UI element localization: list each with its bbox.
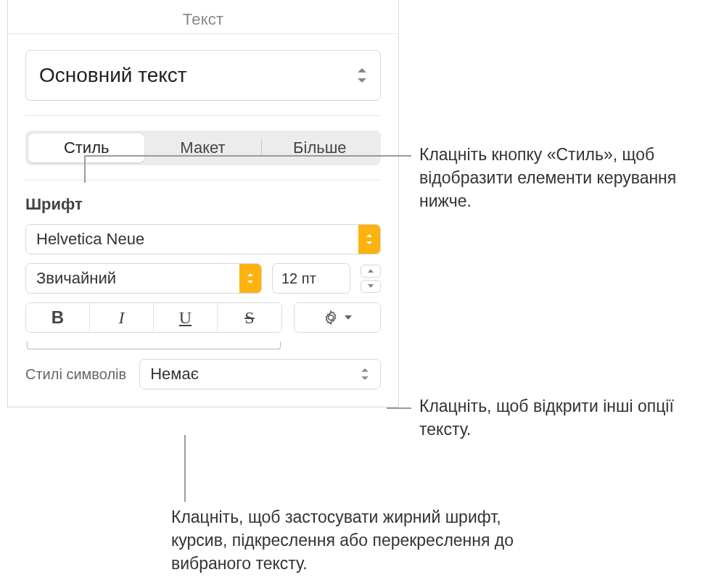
- triangle-down-icon: [368, 284, 374, 288]
- strike-button[interactable]: S: [218, 303, 281, 332]
- callout-advanced: Клацніть, щоб відкрити інші опції тексту…: [419, 394, 709, 441]
- callout-bius: Клацніть, щоб застосувати жирний шрифт, …: [171, 505, 541, 576]
- triangle-up-icon: [368, 269, 374, 273]
- underline-button[interactable]: U: [154, 303, 218, 332]
- chevron-down-icon: [345, 315, 352, 320]
- select-arrow-icon: [358, 225, 380, 254]
- font-size-value: 12 пт: [281, 270, 316, 287]
- chevron-updown-icon: [361, 368, 369, 380]
- callout-style-button: Клацніть кнопку «Стиль», щоб відобразити…: [419, 143, 709, 213]
- advanced-options-button[interactable]: [294, 302, 381, 333]
- font-variant-select[interactable]: Звичайний: [25, 263, 262, 294]
- font-family-value: Helvetica Neue: [36, 230, 144, 249]
- font-size-stepper: [361, 263, 381, 294]
- tab-layout[interactable]: Макет: [144, 133, 260, 162]
- panel-inner: Основний текст Стиль Макет Більше Шрифт …: [8, 34, 398, 407]
- bracket-decoration: [27, 341, 281, 353]
- character-styles-value: Немає: [150, 365, 199, 384]
- tab-more[interactable]: Більше: [262, 133, 378, 162]
- font-variant-value: Звичайний: [36, 269, 116, 288]
- character-styles-label: Стилі символів: [25, 366, 126, 383]
- gear-icon: [323, 310, 339, 326]
- font-family-select[interactable]: Helvetica Neue: [25, 224, 381, 254]
- character-styles-select[interactable]: Немає: [139, 359, 381, 389]
- separator: [25, 115, 381, 116]
- italic-button[interactable]: I: [90, 303, 154, 332]
- stepper-down-button[interactable]: [361, 280, 381, 293]
- panel-title: Текст: [8, 0, 398, 34]
- chevron-updown-icon: [357, 68, 367, 83]
- callout-leader: [84, 155, 86, 183]
- text-tabs: Стиль Макет Більше: [25, 131, 381, 165]
- callout-leader: [387, 407, 411, 409]
- font-section-label: Шрифт: [25, 195, 381, 214]
- paragraph-style-dropdown[interactable]: Основний текст: [25, 50, 381, 101]
- paragraph-style-value: Основний текст: [39, 64, 187, 87]
- stepper-up-button[interactable]: [361, 265, 381, 278]
- font-size-input[interactable]: 12 пт: [272, 263, 350, 294]
- bold-button[interactable]: B: [26, 303, 90, 332]
- text-inspector-panel: Текст Основний текст Стиль Макет Більше …: [7, 0, 399, 407]
- separator: [25, 180, 381, 181]
- select-arrow-icon: [239, 264, 261, 293]
- font-style-segment-group: B I U S: [25, 302, 282, 333]
- callout-leader: [184, 435, 186, 502]
- callout-leader: [84, 155, 411, 157]
- tab-style[interactable]: Стиль: [28, 133, 144, 162]
